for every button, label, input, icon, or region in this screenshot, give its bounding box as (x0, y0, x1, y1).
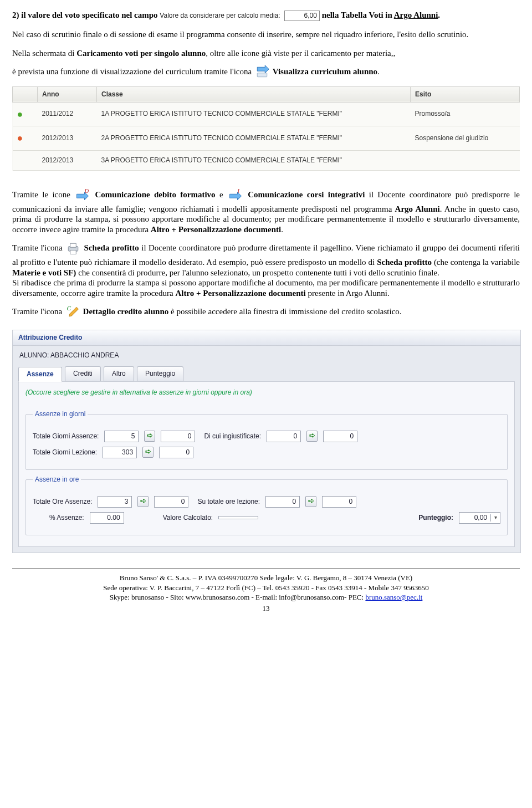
table-row[interactable]: 2012/20133A PROGETTO ERICA ISTITUTO TECN… (13, 150, 520, 170)
cell-esito: Sospensione del giudizio (411, 126, 520, 151)
field-tot-giorni-assenze-b[interactable]: 0 (161, 431, 195, 442)
col-anno: Anno (38, 86, 97, 102)
field-ingiust-a[interactable]: 0 (267, 431, 301, 442)
tab-altro[interactable]: Altro (104, 366, 134, 381)
cell-classe: 1A PROGETTO ERICA ISTITUTO TECNICO COMME… (97, 102, 411, 126)
cell-anno: 2011/2012 (38, 102, 97, 126)
curriculum-arrow-icon[interactable] (254, 64, 270, 81)
cell-classe: 2A PROGETTO ERICA ISTITUTO TECNICO COMME… (97, 126, 411, 151)
arrow-copy-icon[interactable]: ➪ (144, 431, 155, 442)
assenze-hint: (Occorre scegliere se gestire in alterna… (25, 387, 508, 405)
para7: Tramite l'icona C Dettaglio credito alun… (12, 304, 520, 321)
cell-classe: 3A PROGETTO ERICA ISTITUTO TECNICO COMME… (97, 150, 411, 170)
field-valore-calcolato[interactable] (218, 516, 258, 519)
para2: Nella schermata di Caricamento voti per … (12, 48, 520, 59)
label-tot-ore-lez: Su totale ore lezione: (197, 498, 260, 506)
cell-esito (411, 150, 520, 170)
chevron-down-icon[interactable]: ▾ (490, 514, 500, 521)
field-tot-ore-ass-a[interactable]: 3 (98, 496, 132, 508)
table-row[interactable]: ●2011/20121A PROGETTO ERICA ISTITUTO TEC… (13, 102, 520, 126)
valore-media-field[interactable]: 6,00 (284, 11, 320, 21)
para1: Nel caso di scrutinio finale o di sessio… (12, 29, 520, 40)
fieldset-assenze-giorni: Assenze in giorni Totale Giorni Assenze:… (25, 410, 508, 470)
status-dot: ● (13, 126, 38, 151)
footer-pec-link[interactable]: bruno.sanso@pec.it (365, 593, 422, 601)
svg-rect-4 (70, 243, 76, 247)
para4: Tramite le icone D Comunicazione debito … (12, 187, 520, 235)
para-top: 2) il valore del voto specificato nel ca… (12, 10, 520, 21)
footer: Bruno Sanso' & C. S.a.s. – P. IVA 034997… (12, 573, 520, 613)
credit-titlebar: Attribuzione Credito (13, 330, 520, 346)
svg-text:C: C (66, 304, 71, 311)
valore-media-box: Valore da considerare per calcolo media:… (160, 11, 320, 21)
arrow-copy-icon[interactable]: ➪ (142, 447, 154, 458)
col-esito: Esito (411, 86, 520, 102)
arrow-copy-icon[interactable]: ➪ (306, 431, 318, 442)
arrow-copy-icon[interactable]: ➪ (305, 496, 316, 507)
tab-assenze[interactable]: Assenze (18, 367, 62, 382)
field-tot-giorni-lez-b[interactable]: 0 (159, 447, 193, 458)
page-number: 13 (12, 604, 520, 613)
label-valore-calcolato: Valore Calcolato: (163, 514, 213, 522)
field-tot-giorni-assenze-a[interactable]: 5 (104, 431, 139, 442)
credit-tabs: Assenze Crediti Altro Punteggio (13, 362, 520, 381)
col-status (13, 86, 38, 102)
svg-rect-0 (257, 73, 267, 76)
field-tot-giorni-lez-a[interactable]: 303 (103, 447, 137, 458)
field-punteggio[interactable]: 0,00 ▾ (459, 512, 500, 524)
arrow-copy-icon[interactable]: ➪ (137, 496, 149, 507)
tab-crediti[interactable]: Crediti (65, 366, 101, 381)
field-perc-assenze[interactable]: 0.00 (90, 512, 124, 524)
status-dot (13, 150, 38, 170)
table-row[interactable]: ●2012/20132A PROGETTO ERICA ISTITUTO TEC… (13, 126, 520, 151)
para5: Tramite l'icona Scheda profitto il Docen… (12, 241, 520, 278)
field-tot-ore-ass-b[interactable]: 0 (154, 496, 188, 508)
curriculum-table: Anno Classe Esito ●2011/20121A PROGETTO … (12, 86, 520, 171)
label-perc-assenze: % Assenze: (49, 514, 84, 522)
label-tot-giorni-lezione: Totale Giorni Lezione: (33, 448, 97, 457)
credit-panel: Attribuzione Credito ALUNNO: ABBACCHIO A… (12, 330, 521, 553)
cell-esito: Promosso/a (411, 102, 520, 126)
cell-anno: 2012/2013 (38, 150, 97, 170)
field-tot-ore-lez-b[interactable]: 0 (322, 496, 356, 508)
fieldset-assenze-ore: Assenze in ore Totale Ore Assenze: 3 ➪ 0… (25, 475, 508, 535)
integrativi-arrow-icon[interactable]: I (227, 187, 244, 204)
label-tot-giorni-assenze: Totale Giorni Assenze: (33, 432, 99, 441)
status-dot: ● (13, 102, 38, 126)
label-tot-ore-assenze: Totale Ore Assenze: (33, 498, 92, 506)
label-punteggio: Punteggio: (418, 514, 453, 522)
field-ingiust-b[interactable]: 0 (323, 431, 357, 442)
credit-student: ALUNNO: ABBACCHIO ANDREA (13, 346, 520, 362)
para3: è prevista una funzione di visualizzazio… (12, 64, 520, 81)
printer-icon[interactable] (65, 241, 81, 257)
field-tot-ore-lez-a[interactable]: 0 (265, 496, 300, 508)
cell-anno: 2012/2013 (38, 126, 97, 151)
col-classe: Classe (97, 86, 411, 102)
tab-punteggio[interactable]: Punteggio (137, 366, 183, 381)
tab-body-assenze: (Occorre scegliere se gestire in alterna… (18, 381, 515, 547)
label-ingiustificate: Di cui ingiustificate: (204, 432, 261, 441)
para6: Si ribadisce che prima di produrre la st… (12, 278, 520, 299)
debito-arrow-icon[interactable]: D (74, 187, 91, 204)
svg-rect-5 (70, 250, 76, 254)
footer-divider (12, 569, 520, 569)
credito-pencil-icon[interactable]: C (64, 304, 81, 321)
